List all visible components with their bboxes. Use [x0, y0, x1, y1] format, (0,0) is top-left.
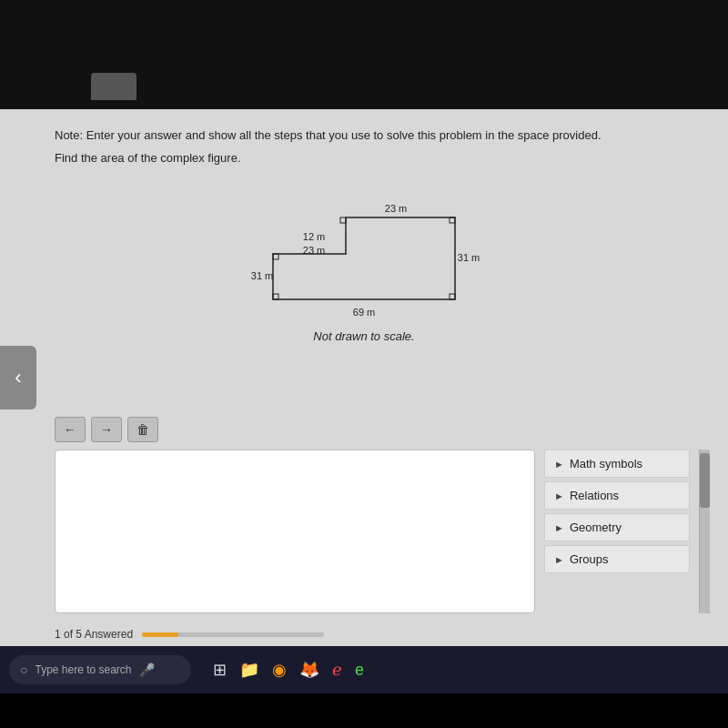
arrow-icon-relations: ► — [554, 490, 564, 501]
arrow-icon-math: ► — [554, 459, 564, 470]
sidebar-label-math-symbols: Math symbols — [570, 457, 642, 470]
mic-icon: 🎤 — [139, 662, 155, 677]
taskbar-icons: ⊞ 📁 ◉ 🦊 ℯ e — [213, 660, 364, 680]
taskbar-icon-edge2[interactable]: e — [355, 661, 364, 680]
taskbar-icon-grid[interactable]: ⊞ — [213, 660, 227, 680]
sidebar-item-math-symbols[interactable]: ► Math symbols — [544, 450, 690, 478]
taskbar-icon-edge1[interactable]: ℯ — [332, 660, 342, 680]
progress-bar-bg — [142, 632, 324, 637]
search-icon: ○ — [20, 662, 27, 677]
scrollbar[interactable] — [699, 450, 710, 613]
label-right: 31 m — [458, 252, 480, 263]
progress-area: 1 of 5 Answered — [0, 622, 728, 646]
sidebar-tools: ► Math symbols ► Relations ► Geometry ► … — [544, 450, 690, 613]
answer-section: ► Math symbols ► Relations ► Geometry ► … — [0, 450, 728, 622]
sidebar-label-groups: Groups — [570, 552, 609, 566]
answer-input[interactable] — [55, 450, 535, 613]
sidebar-item-geometry[interactable]: ► Geometry — [544, 513, 690, 541]
corner-bl — [273, 294, 278, 299]
find-text: Find the area of the complex figure. — [55, 151, 673, 165]
figure-container: 23 m 12 m 23 m 31 m 31 m 69 m — [55, 181, 673, 322]
label-top: 23 m — [385, 203, 407, 214]
delete-button[interactable]: 🗑 — [127, 417, 158, 442]
top-black-area — [0, 0, 728, 109]
scrollbar-thumb[interactable] — [700, 453, 710, 508]
label-inner-height: 12 m — [303, 231, 325, 242]
sidebar-label-relations: Relations — [570, 489, 619, 502]
back-button[interactable]: ← — [55, 417, 86, 442]
not-to-scale-text: Not drawn to scale. — [55, 329, 673, 343]
taskbar-search[interactable]: ○ Type here to search 🎤 — [9, 655, 191, 684]
label-left: 31 m — [251, 270, 273, 281]
sidebar-item-groups[interactable]: ► Groups — [544, 545, 690, 573]
main-content: ‹ Note: Enter your answer and show all t… — [0, 109, 728, 646]
figure-svg: 23 m 12 m 23 m 31 m 31 m 69 m — [237, 181, 491, 322]
label-bottom: 69 m — [353, 307, 375, 318]
taskbar: ○ Type here to search 🎤 ⊞ 📁 ◉ 🦊 ℯ e — [0, 646, 728, 693]
arrow-icon-groups: ► — [554, 554, 564, 565]
taskbar-search-text: Type here to search — [35, 663, 131, 676]
progress-text: 1 of 5 Answered — [55, 628, 133, 641]
top-tab — [91, 73, 136, 100]
toolbar: ← → 🗑 — [0, 410, 728, 450]
arrow-icon-geometry: ► — [554, 522, 564, 533]
label-inner-width: 23 m — [303, 245, 325, 256]
sidebar-label-geometry: Geometry — [570, 521, 622, 534]
taskbar-icon-folder[interactable]: 📁 — [239, 660, 259, 680]
corner-tl — [273, 254, 278, 259]
corner-tr-notch — [340, 217, 346, 223]
question-area: Note: Enter your answer and show all the… — [0, 109, 728, 410]
corner-tr — [450, 217, 455, 223]
corner-br — [450, 294, 455, 299]
taskbar-icon-firefox[interactable]: 🦊 — [299, 660, 319, 680]
taskbar-icon-chrome[interactable]: ◉ — [272, 660, 287, 680]
note-text: Note: Enter your answer and show all the… — [55, 127, 673, 144]
figure-polygon — [273, 217, 455, 299]
left-arrow-button[interactable]: ‹ — [0, 346, 36, 410]
progress-bar-fill — [142, 632, 178, 637]
sidebar-item-relations[interactable]: ► Relations — [544, 481, 690, 510]
forward-button[interactable]: → — [91, 417, 122, 442]
